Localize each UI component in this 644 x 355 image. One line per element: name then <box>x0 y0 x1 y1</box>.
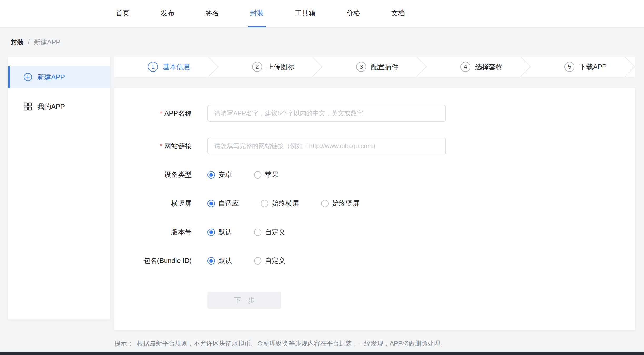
orientation-row: 横竖屏 自适应 始终横屏 始终竖屏 <box>114 199 635 208</box>
site-url-label: *网站链接 <box>114 141 192 151</box>
step-1-basic-info: 1 基本信息 <box>114 57 219 77</box>
version-row: 版本号 默认 自定义 <box>114 227 635 237</box>
content-area: 新建APP 我的APP 1 基本信息 <box>0 57 644 348</box>
orientation-label: 横竖屏 <box>114 199 192 208</box>
breadcrumb-separator: / <box>28 38 30 46</box>
app-name-label: *APP名称 <box>114 109 192 118</box>
tip-text: 根据最新平台规则，不允许区块链虚拟币、金融理财类等违规内容在平台封装，一经发现，… <box>137 339 447 348</box>
basic-info-form: *APP名称 *网站链接 设备类型 <box>114 88 635 330</box>
radio-always-portrait[interactable]: 始终竖屏 <box>321 199 359 208</box>
breadcrumb-current: 新建APP <box>34 38 60 47</box>
radio-version-default[interactable]: 默认 <box>207 227 232 237</box>
step-arrow-icon <box>303 57 323 77</box>
step-label: 上传图标 <box>267 62 294 72</box>
radio-icon <box>254 171 261 179</box>
step-label: 选择套餐 <box>475 62 503 72</box>
site-url-row: *网站链接 <box>114 138 635 154</box>
radio-adaptive[interactable]: 自适应 <box>207 199 239 208</box>
radio-ios[interactable]: 苹果 <box>254 170 279 179</box>
nav-item-toolbox[interactable]: 工具箱 <box>293 0 318 27</box>
step-number-badge: 4 <box>460 62 470 72</box>
step-arrow-icon <box>198 57 218 77</box>
main-column: 1 基本信息 2 上传图标 3 配置插件 4 选择套餐 <box>114 57 635 348</box>
step-2-upload-icon: 2 上传图标 <box>219 57 323 77</box>
next-step-button[interactable]: 下一步 <box>207 292 281 309</box>
radio-icon <box>254 229 261 236</box>
footer-band <box>0 352 644 355</box>
app-name-input[interactable] <box>207 105 446 122</box>
nav-item-package[interactable]: 封装 <box>248 0 266 27</box>
plus-circle-icon <box>23 73 32 82</box>
radio-bundle-default[interactable]: 默认 <box>207 256 232 265</box>
radio-version-custom[interactable]: 自定义 <box>254 227 285 237</box>
radio-always-landscape[interactable]: 始终横屏 <box>261 199 299 208</box>
device-type-label: 设备类型 <box>114 170 192 179</box>
step-label: 下载APP <box>579 62 607 72</box>
sidebar-item-label: 新建APP <box>37 73 65 82</box>
radio-android[interactable]: 安卓 <box>207 170 232 179</box>
sidebar-item-label: 我的APP <box>37 102 65 111</box>
required-marker: * <box>160 142 162 150</box>
nav-item-docs[interactable]: 文档 <box>389 0 407 27</box>
step-label: 基本信息 <box>163 62 190 72</box>
step-number-badge: 5 <box>564 62 574 72</box>
step-arrow-icon <box>407 57 427 77</box>
step-3-configure-plugins: 3 配置插件 <box>323 57 427 77</box>
step-arrow-icon <box>615 57 635 77</box>
required-marker: * <box>160 109 162 117</box>
sidebar-item-new-app[interactable]: 新建APP <box>8 66 110 88</box>
step-label: 配置插件 <box>371 62 398 72</box>
step-number-badge: 2 <box>252 62 262 72</box>
nav-item-pricing[interactable]: 价格 <box>344 0 362 27</box>
step-number-badge: 1 <box>148 62 158 72</box>
radio-icon <box>254 257 261 265</box>
radio-bundle-custom[interactable]: 自定义 <box>254 256 285 265</box>
version-label: 版本号 <box>114 227 192 237</box>
step-number-badge: 3 <box>356 62 366 72</box>
platform-rule-tip: 提示： 根据最新平台规则，不允许区块链虚拟币、金融理财类等违规内容在平台封装，一… <box>114 339 635 348</box>
nav-item-publish[interactable]: 发布 <box>158 0 176 27</box>
top-nav: 首页 发布 签名 封装 工具箱 价格 文档 <box>0 0 644 28</box>
device-type-row: 设备类型 安卓 苹果 <box>114 170 635 179</box>
radio-icon <box>261 200 268 207</box>
nav-item-sign[interactable]: 签名 <box>203 0 221 27</box>
step-5-download-app: 5 下载APP <box>531 57 635 77</box>
bundle-id-label: 包名(Bundle ID) <box>114 256 192 265</box>
step-arrow-icon <box>511 57 531 77</box>
breadcrumb-section[interactable]: 封装 <box>11 38 24 47</box>
radio-icon <box>207 200 215 207</box>
steps-wizard: 1 基本信息 2 上传图标 3 配置插件 4 选择套餐 <box>114 57 635 77</box>
site-url-input[interactable] <box>207 138 446 154</box>
sidebar: 新建APP 我的APP <box>8 57 110 320</box>
breadcrumb: 封装 / 新建APP <box>0 28 644 57</box>
page: 首页 发布 签名 封装 工具箱 价格 文档 封装 / 新建APP 新建APP <box>0 0 644 355</box>
radio-icon <box>207 257 215 265</box>
radio-icon <box>321 200 329 207</box>
sidebar-item-my-app[interactable]: 我的APP <box>8 95 110 118</box>
tip-prefix: 提示： <box>114 339 133 348</box>
nav-item-home[interactable]: 首页 <box>114 0 132 27</box>
app-name-row: *APP名称 <box>114 105 635 122</box>
radio-icon <box>207 229 215 236</box>
button-row: 下一步 <box>114 292 635 309</box>
step-4-select-plan: 4 选择套餐 <box>427 57 531 77</box>
bundle-id-row: 包名(Bundle ID) 默认 自定义 <box>114 256 635 265</box>
radio-icon <box>207 171 215 179</box>
grid-icon <box>23 102 32 111</box>
